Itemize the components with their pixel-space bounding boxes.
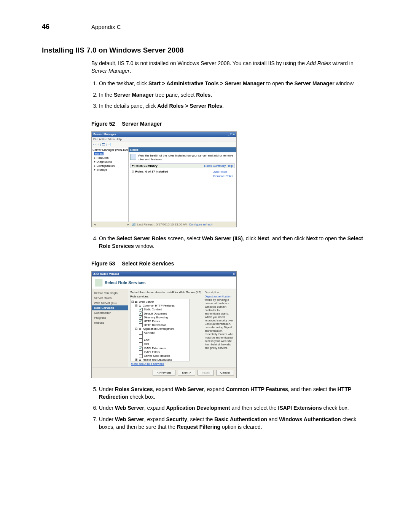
remove-roles-link[interactable]: Remove Roles <box>213 174 233 178</box>
wizard-title: Add Roles Wizard <box>93 272 119 276</box>
checkbox-icon[interactable] <box>139 339 143 342</box>
checkbox-icon[interactable] <box>139 335 143 339</box>
roles-summary-bar: ▾ Roles Summary Roles Summary Help <box>130 163 235 168</box>
window-titlebar[interactable]: Server Manager _ □ × <box>92 132 236 137</box>
tree-diagnostics[interactable]: ▸ Diagnostics <box>92 160 127 164</box>
previous-button[interactable]: < Previous <box>153 370 175 375</box>
menubar[interactable]: File Action View Help <box>92 137 236 142</box>
appendix-label: Appendix C <box>91 24 121 30</box>
role-services-tree[interactable]: ⊟ 🗀 Web Server ⊟ 🗀 Common HTTP Features … <box>130 299 190 361</box>
page-header: 46 Appendix C <box>42 23 369 31</box>
tree-roles[interactable]: Roles <box>92 152 127 156</box>
roles-summary-label: ▾ Roles Summary <box>132 164 158 168</box>
step-6: Under Web Server, expand Application Dev… <box>99 404 369 412</box>
window-controls-icon[interactable]: _ □ × <box>228 133 235 136</box>
roles-description: View the health of the roles installed o… <box>129 152 236 163</box>
scroll-left-icon[interactable]: ◂ <box>94 223 96 226</box>
status-text: Last Refresh: 5/17/2010 10:13:50 AM <box>137 223 188 226</box>
wizard-step-progress[interactable]: Progress <box>92 315 128 320</box>
wizard-step-before[interactable]: Before You Begin <box>92 291 128 296</box>
scroll-right-icon[interactable]: ▸ <box>127 223 129 226</box>
next-button[interactable]: Next > <box>178 370 195 375</box>
tree-scrollbar[interactable]: ◂ ▸ <box>93 223 130 226</box>
role-services-instruction: Select the role services to install for … <box>130 291 202 294</box>
step-3: In the details pane, click Add Roles > S… <box>99 102 369 110</box>
checkbox-icon[interactable] <box>139 331 143 335</box>
close-icon[interactable]: × <box>233 272 235 276</box>
figure53-add-roles-wizard: Add Roles Wizard × Select Role Services … <box>91 271 237 378</box>
configure-refresh-link[interactable]: Configure refresh <box>189 223 213 226</box>
add-roles-link[interactable]: Add Roles <box>213 170 233 174</box>
wizard-header-title: Select Role Services <box>105 280 146 285</box>
wizard-steps-sidebar: Before You Begin Server Roles Web Server… <box>92 289 128 367</box>
tree-root[interactable]: Server Manager (WIN-KAHC638...) <box>92 148 127 152</box>
roles-summary-help-link[interactable]: Roles Summary Help <box>204 164 233 168</box>
wizard-step-web-server[interactable]: Web Server (IIS) <box>92 300 128 305</box>
toolbar[interactable]: ⇦ ⇨ | 🗔 | 📄 <box>92 142 236 147</box>
wizard-step-role-services[interactable]: Role Services <box>92 305 128 310</box>
checkbox-icon[interactable] <box>139 320 143 323</box>
more-about-role-services-link[interactable]: More about role services <box>130 361 202 366</box>
step-2: In the Server Manager tree pane, select … <box>99 91 369 99</box>
description-label: Description: <box>205 291 234 294</box>
wizard-step-confirmation[interactable]: Confirmation <box>92 310 128 315</box>
figure52-server-manager: Server Manager _ □ × File Action View He… <box>91 131 237 227</box>
step-4: On the Select Server Roles screen, selec… <box>99 235 369 250</box>
install-button: Install <box>198 370 214 375</box>
wizard-titlebar[interactable]: Add Roles Wizard × <box>92 272 236 276</box>
wizard-buttons: < Previous Next > Install Cancel <box>92 367 236 378</box>
figure53-caption: Figure 53Select Role Services <box>91 260 369 267</box>
intro-paragraph: By default, IIS 7.0 is not installed on … <box>91 60 369 75</box>
page-number: 46 <box>42 23 91 31</box>
window-title: Server Manager <box>93 133 116 136</box>
roles-count: ⊙ Roles: 0 of 17 installed <box>132 170 168 221</box>
roles-header: Roles <box>129 147 236 152</box>
step-1: On the taskbar, click Start > Administra… <box>99 80 369 88</box>
description-link[interactable]: Digest authentication <box>205 295 231 298</box>
tree-storage[interactable]: ▸ Storage <box>92 168 127 172</box>
wizard-header-icon <box>95 279 102 286</box>
checkbox-icon[interactable] <box>139 354 143 358</box>
wizard-step-results[interactable]: Results <box>92 320 128 325</box>
tree-features[interactable]: ▸ Features <box>92 156 127 160</box>
wizard-header: Select Role Services <box>92 276 236 289</box>
checkbox-icon[interactable] <box>139 350 143 354</box>
step-5: Under Roles Services, expand Web Server,… <box>99 386 369 401</box>
figure52-caption: Figure 52Server Manager <box>91 121 369 127</box>
section-title: Installing IIS 7.0 on Windows Server 200… <box>42 46 369 54</box>
tree-configuration[interactable]: ▸ Configuration <box>92 164 127 168</box>
checkbox-icon[interactable] <box>139 323 143 327</box>
role-services-label: Role services: <box>130 295 202 298</box>
wizard-step-server-roles[interactable]: Server Roles <box>92 296 128 300</box>
tree-pane[interactable]: Server Manager (WIN-KAHC638...) Roles ▸ … <box>92 147 129 222</box>
checkbox-icon[interactable] <box>139 347 143 350</box>
cancel-button[interactable]: Cancel <box>216 370 234 375</box>
roles-icon <box>130 154 136 160</box>
step-7: Under Web Server, expand Security, selec… <box>99 416 369 431</box>
description-pane: Description: Digest authentication works… <box>205 291 234 366</box>
